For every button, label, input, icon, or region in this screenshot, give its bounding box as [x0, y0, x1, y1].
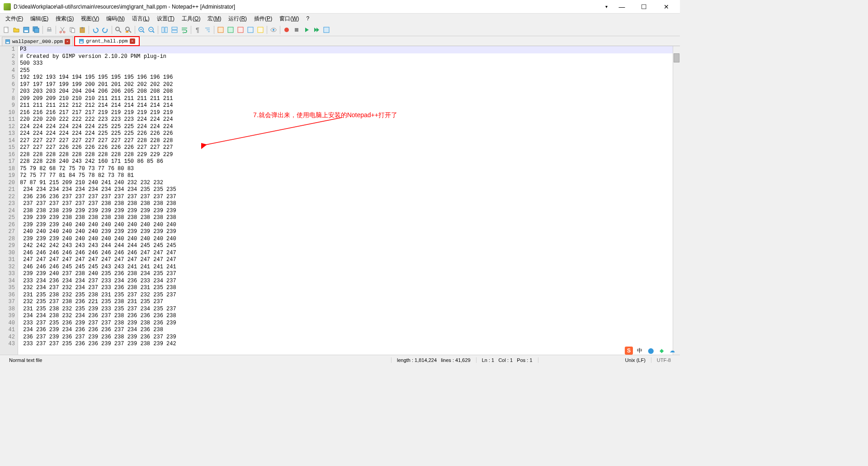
macro-record-icon[interactable] — [282, 25, 291, 34]
show-all-chars-icon[interactable]: ¶ — [193, 25, 202, 34]
save-all-icon[interactable] — [32, 25, 41, 34]
tray-icon-3[interactable]: ☁ — [668, 347, 676, 355]
editor-line[interactable]: 242 242 242 243 243 243 244 244 244 245 … — [20, 243, 680, 250]
menu-item[interactable]: 视图(V) — [77, 14, 103, 24]
menu-item[interactable]: 编码(N) — [103, 14, 128, 24]
editor-line[interactable]: P3 — [20, 46, 680, 53]
macro-save-icon[interactable] — [322, 25, 331, 34]
print-icon[interactable] — [45, 25, 54, 34]
editor-line[interactable]: 236 236 236 237 237 237 237 237 237 237 … — [20, 194, 680, 201]
undo-icon[interactable] — [91, 25, 100, 34]
new-file-icon[interactable] — [2, 25, 11, 34]
close-button[interactable]: ✕ — [656, 0, 676, 13]
editor-line[interactable]: 240 240 240 240 240 240 239 239 239 239 … — [20, 228, 680, 236]
indent-guide-icon[interactable] — [203, 25, 212, 34]
editor-line[interactable]: 197 197 197 199 199 200 201 201 202 202 … — [20, 81, 680, 89]
editor-line[interactable]: 203 203 203 204 204 204 206 206 205 208 … — [20, 88, 680, 95]
user-lang-icon[interactable] — [216, 25, 225, 34]
editor-line[interactable]: 231 235 238 232 235 238 231 235 237 232 … — [20, 292, 680, 299]
macro-play-multi-icon[interactable] — [312, 25, 321, 34]
editor-line[interactable]: 500 333 — [20, 60, 680, 67]
editor-line[interactable]: 211 211 211 212 212 212 214 214 214 214 … — [20, 102, 680, 109]
menu-item[interactable]: 设置(T) — [153, 14, 178, 24]
editor-line[interactable]: 239 239 239 240 240 240 240 240 240 240 … — [20, 236, 680, 243]
paste-icon[interactable] — [78, 25, 87, 34]
editor-line[interactable]: 232 234 237 232 234 237 233 236 238 231 … — [20, 285, 680, 292]
menu-item[interactable]: 编辑(E) — [27, 14, 52, 24]
doc-map-icon[interactable] — [226, 25, 235, 34]
menu-item[interactable]: 搜索(S) — [52, 14, 77, 24]
save-icon[interactable] — [22, 25, 31, 34]
editor-line[interactable]: 234 234 238 232 234 236 237 238 236 236 … — [20, 313, 680, 320]
editor-line[interactable]: 228 228 228 228 228 228 228 228 228 229 … — [20, 152, 680, 159]
file-tab[interactable]: wallpaper_000.ppm× — [2, 37, 73, 46]
editor-line[interactable]: 246 246 246 246 246 246 246 246 246 247 … — [20, 250, 680, 257]
editor-line[interactable]: 237 237 237 237 237 237 238 238 238 238 … — [20, 200, 680, 208]
find-icon[interactable] — [114, 25, 123, 34]
editor-line[interactable]: 239 239 240 237 238 240 235 236 238 234 … — [20, 271, 680, 278]
editor-line[interactable]: 231 235 238 232 235 239 233 235 237 234 … — [20, 306, 680, 313]
editor-line[interactable]: 233 234 236 234 234 237 233 234 236 233 … — [20, 278, 680, 285]
editor-line[interactable]: 209 209 209 210 210 210 211 211 211 211 … — [20, 95, 680, 103]
cut-icon[interactable] — [58, 25, 67, 34]
zoom-in-icon[interactable] — [137, 25, 146, 34]
editor-line[interactable]: 239 239 239 240 240 240 240 240 240 240 … — [20, 222, 680, 229]
editor-line[interactable]: 246 246 246 245 245 245 243 243 241 241 … — [20, 264, 680, 271]
editor-line[interactable]: 224 224 224 224 224 224 225 225 225 226 … — [20, 130, 680, 138]
maximize-button[interactable]: ☐ — [634, 0, 654, 13]
editor-line[interactable]: 224 224 224 224 224 224 225 225 225 224 … — [20, 124, 680, 131]
editor-line[interactable]: 247 247 247 247 247 247 247 247 247 247 … — [20, 257, 680, 264]
tab-close-icon[interactable]: × — [65, 39, 70, 44]
menu-item[interactable]: 文件(F) — [2, 14, 27, 24]
editor-line[interactable]: 233 237 235 236 239 237 237 238 239 238 … — [20, 320, 680, 327]
editor-line[interactable]: # Created by GIMP version 2.10.20 PNM pl… — [20, 53, 680, 61]
menu-item[interactable]: 窗口(W) — [276, 14, 302, 24]
folder-as-workspace-icon[interactable] — [256, 25, 265, 34]
macro-play-icon[interactable] — [302, 25, 311, 34]
editor-line[interactable]: 233 237 237 235 236 236 239 237 239 238 … — [20, 341, 680, 348]
editor-line[interactable]: 234 236 239 234 236 236 236 237 234 236 … — [20, 327, 680, 334]
redo-icon[interactable] — [101, 25, 110, 34]
editor-line[interactable]: 72 75 77 77 81 84 75 78 82 73 78 81 — [20, 172, 680, 180]
editor-line[interactable]: 228 228 228 240 243 242 160 171 150 86 8… — [20, 158, 680, 166]
editor-line[interactable]: 238 238 238 239 239 239 239 239 239 239 … — [20, 208, 680, 215]
minimize-button[interactable]: — — [612, 0, 632, 13]
editor-line[interactable]: 234 234 234 234 234 234 234 234 234 235 … — [20, 186, 680, 194]
doc-list-icon[interactable] — [236, 25, 245, 34]
menu-item[interactable]: 插件(P) — [250, 14, 276, 24]
menu-item[interactable]: 宏(M) — [204, 14, 225, 24]
editor-line[interactable]: 239 239 239 238 238 238 238 238 238 238 … — [20, 214, 680, 222]
vertical-scrollbar[interactable] — [673, 46, 680, 355]
toolbar-overflow-icon[interactable]: ▾ — [601, 2, 612, 11]
editor-line[interactable]: 255 — [20, 67, 680, 75]
sync-h-icon[interactable] — [170, 25, 179, 34]
text-editor[interactable]: P3# Created by GIMP version 2.10.20 PNM … — [18, 46, 680, 355]
ime-indicator-icon[interactable]: S — [625, 347, 633, 355]
editor-line[interactable]: 87 87 91 215 209 210 240 241 240 232 232… — [20, 180, 680, 187]
scrollbar-thumb[interactable] — [674, 53, 679, 62]
tab-close-icon[interactable]: × — [130, 38, 135, 44]
menu-item[interactable]: 运行(R) — [225, 14, 250, 24]
monitoring-icon[interactable] — [269, 25, 278, 34]
menu-item[interactable]: ? — [302, 14, 313, 23]
tray-icon-1[interactable]: ⬤ — [646, 347, 655, 355]
ime-lang-icon[interactable]: 中 — [636, 347, 644, 355]
editor-line[interactable]: 75 79 82 68 72 75 70 73 77 76 80 83 — [20, 166, 680, 173]
editor-line[interactable]: 232 235 237 238 236 221 235 238 231 235 … — [20, 299, 680, 306]
editor-line[interactable]: 192 192 193 194 194 195 195 195 195 196 … — [20, 74, 680, 81]
menu-item[interactable]: 语言(L) — [128, 14, 153, 24]
zoom-out-icon[interactable] — [147, 25, 156, 34]
editor-line[interactable]: 227 227 227 227 227 227 227 227 227 228 … — [20, 138, 680, 145]
function-list-icon[interactable] — [246, 25, 255, 34]
copy-icon[interactable] — [68, 25, 77, 34]
replace-icon[interactable] — [124, 25, 133, 34]
editor-line[interactable]: 227 227 227 226 226 226 226 226 226 227 … — [20, 144, 680, 152]
macro-stop-icon[interactable] — [292, 25, 301, 34]
sync-v-icon[interactable] — [160, 25, 169, 34]
wrap-icon[interactable] — [180, 25, 189, 34]
open-file-icon[interactable] — [12, 25, 21, 34]
file-tab[interactable]: grant_hall.ppm× — [74, 36, 139, 46]
menu-item[interactable]: 工具(O) — [178, 14, 204, 24]
editor-line[interactable]: 236 237 239 236 237 239 236 238 239 236 … — [20, 334, 680, 341]
tray-icon-2[interactable]: ◆ — [657, 347, 665, 355]
